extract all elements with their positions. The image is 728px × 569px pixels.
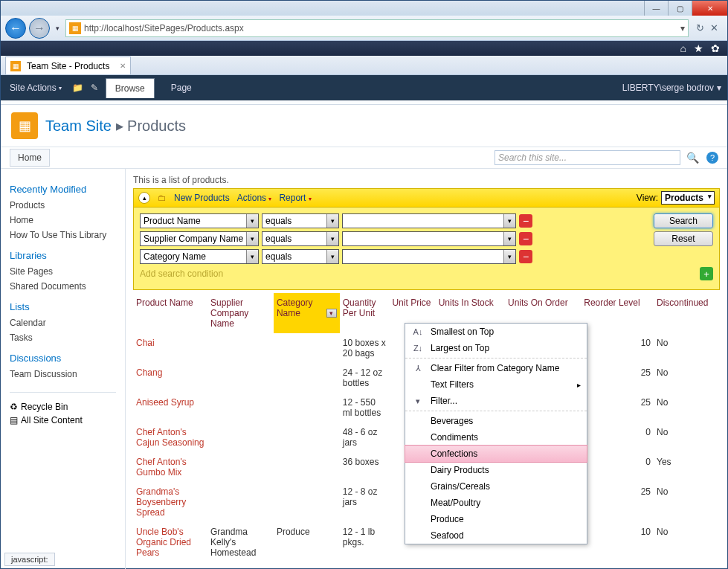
tools-icon[interactable]: ✿: [711, 42, 720, 54]
sidebar-recent-item[interactable]: Home: [10, 213, 116, 228]
sidebar-heading-lists: Lists: [10, 301, 116, 312]
navigate-up-icon[interactable]: 📁: [72, 83, 83, 93]
sidebar-recent-item[interactable]: Products: [10, 198, 116, 213]
search-button[interactable]: Search: [654, 213, 713, 228]
ribbon-tab-browse[interactable]: Browse: [106, 78, 155, 98]
back-button[interactable]: ←: [5, 18, 26, 39]
filter-operator-select[interactable]: equals▾: [262, 249, 339, 264]
sidebar-list-item[interactable]: Calendar: [10, 315, 116, 330]
new-products-link[interactable]: New Products: [174, 193, 230, 203]
remove-condition-button[interactable]: −: [519, 250, 532, 263]
refresh-button[interactable]: ↻: [696, 22, 704, 33]
filter-value-input[interactable]: ▾: [342, 231, 516, 246]
report-menu[interactable]: Report ▾: [279, 193, 311, 203]
remove-condition-button[interactable]: −: [519, 214, 532, 228]
stop-button[interactable]: ✕: [710, 22, 718, 33]
recycle-bin-link[interactable]: ♻Recycle Bin: [10, 402, 116, 412]
user-menu[interactable]: LIBERTY\serge bodrov▾: [622, 75, 721, 100]
filter-category-option[interactable]: Condiments: [405, 429, 587, 446]
browser-tab[interactable]: ▦ Team Site - Products ✕: [5, 57, 131, 74]
topnav-home[interactable]: Home: [10, 149, 50, 167]
filter-category-option[interactable]: Beverages: [405, 413, 587, 429]
filter-category-option[interactable]: Grains/Cereals: [405, 478, 587, 495]
command-bar: ⌂ ★ ✿: [1, 41, 727, 56]
filter-category-option[interactable]: Dairy Products: [405, 462, 587, 478]
url-text: http://localhost/SitePages/Products.aspx: [84, 23, 244, 33]
add-condition-hint[interactable]: Add search condition: [140, 269, 697, 279]
column-header[interactable]: Product Name: [133, 293, 207, 333]
tab-strip: ▦ Team Site - Products ✕: [1, 56, 727, 75]
minimize-button[interactable]: —: [644, 1, 668, 16]
sharepoint-ribbon: Site Actions▾ 📁 ✎ Browse Page LIBERTY\se…: [1, 75, 727, 100]
filter-field-select[interactable]: Category Name▾: [140, 249, 259, 264]
filter-category-option[interactable]: Meat/Poultry: [405, 495, 587, 511]
column-header[interactable]: Reorder Level: [581, 293, 654, 333]
remove-condition-button[interactable]: −: [519, 232, 532, 245]
sidebar-discussion-item[interactable]: Team Discussion: [10, 367, 116, 382]
browser-nav-bar: ← → ▾ ▦ http://localhost/SitePages/Produ…: [1, 16, 727, 41]
site-search-input[interactable]: Search this site...: [495, 150, 680, 165]
filter-operator-select[interactable]: equals▾: [262, 231, 339, 246]
address-bar[interactable]: ▦ http://localhost/SitePages/Products.as…: [65, 19, 689, 37]
address-dropdown-icon[interactable]: ▾: [680, 23, 685, 33]
search-icon[interactable]: 🔍: [686, 152, 699, 164]
sidebar-heading-recent: Recently Modified: [10, 184, 116, 195]
sidebar-list-item[interactable]: Tasks: [10, 330, 116, 345]
page-header: ▦ Team Site ▸ Products: [1, 105, 727, 147]
ribbon-tab-page[interactable]: Page: [162, 78, 201, 97]
edit-page-icon[interactable]: ✎: [91, 83, 98, 93]
tab-favicon: ▦: [10, 61, 21, 71]
sort-ascending[interactable]: A↓Smallest on Top: [405, 324, 587, 340]
tab-close-icon[interactable]: ✕: [120, 62, 126, 70]
filter-operator-select[interactable]: equals▾: [262, 213, 339, 228]
filter-category-option[interactable]: Confections: [405, 445, 587, 463]
view-selector[interactable]: Products: [661, 191, 715, 205]
breadcrumb-site[interactable]: Team Site: [45, 118, 112, 134]
clear-filter-icon: ⅄: [411, 364, 425, 373]
quick-launch-sidebar: Recently Modified ProductsHomeHow To Use…: [1, 169, 126, 569]
favorites-icon[interactable]: ★: [694, 42, 703, 54]
page-title: Products: [127, 118, 186, 134]
reset-button[interactable]: Reset: [654, 231, 713, 246]
filter-category-option[interactable]: Produce: [405, 511, 587, 527]
column-dropdown-icon[interactable]: ▾: [326, 309, 337, 318]
sidebar-recent-item[interactable]: How To Use This Library: [10, 228, 116, 242]
main-content: This is a list of products. ▴ 🗀 New Prod…: [126, 169, 727, 569]
column-header[interactable]: Quantity Per Unit: [340, 293, 390, 333]
column-header[interactable]: Supplier Company Name: [207, 293, 274, 333]
view-label: View:: [637, 193, 658, 203]
filter-dialog[interactable]: ▾Filter...: [405, 393, 587, 409]
site-logo[interactable]: ▦: [11, 112, 38, 139]
forward-button[interactable]: →: [29, 18, 50, 39]
clear-filter[interactable]: ⅄Clear Filter from Category Name: [405, 358, 587, 376]
browser-status-bar: javascript:: [4, 553, 55, 566]
sidebar-heading-libraries: Libraries: [10, 250, 116, 261]
sidebar-library-item[interactable]: Shared Documents: [10, 279, 116, 294]
add-condition-button[interactable]: +: [700, 267, 713, 280]
site-actions-menu[interactable]: Site Actions▾: [7, 75, 65, 100]
all-site-content-link[interactable]: ▤All Site Content: [10, 415, 116, 425]
search-panel: Product Name▾equals▾▾−Supplier Company N…: [133, 208, 720, 290]
collapse-toggle[interactable]: ▴: [138, 192, 150, 204]
filter-field-select[interactable]: Product Name▾: [140, 213, 259, 228]
funnel-icon: ▾: [411, 396, 425, 406]
sidebar-library-item[interactable]: Site Pages: [10, 264, 116, 279]
list-toolbar: ▴ 🗀 New Products Actions ▾ Report ▾ View…: [133, 188, 720, 208]
maximize-button[interactable]: ▢: [668, 1, 692, 16]
column-header[interactable]: Category Name▾: [274, 293, 340, 333]
filter-value-input[interactable]: ▾: [342, 249, 516, 264]
filter-value-input[interactable]: ▾: [342, 213, 516, 228]
breadcrumb-separator: ▸: [116, 118, 128, 134]
top-nav: Home Search this site... 🔍 ?: [1, 147, 727, 169]
help-icon[interactable]: ?: [706, 152, 718, 164]
nav-history-dropdown[interactable]: ▾: [53, 25, 62, 32]
filter-category-option[interactable]: Seafood: [405, 527, 587, 544]
sort-descending[interactable]: Z↓Largest on Top: [405, 340, 587, 356]
actions-menu[interactable]: Actions ▾: [237, 193, 272, 203]
filter-field-select[interactable]: Supplier Company Name▾: [140, 231, 259, 246]
column-header[interactable]: Discontinued: [654, 293, 720, 333]
text-filters-submenu[interactable]: Text Filters▸: [405, 376, 587, 393]
home-icon[interactable]: ⌂: [680, 42, 686, 54]
close-button[interactable]: ✕: [692, 1, 727, 16]
list-description: This is a list of products.: [133, 175, 720, 185]
